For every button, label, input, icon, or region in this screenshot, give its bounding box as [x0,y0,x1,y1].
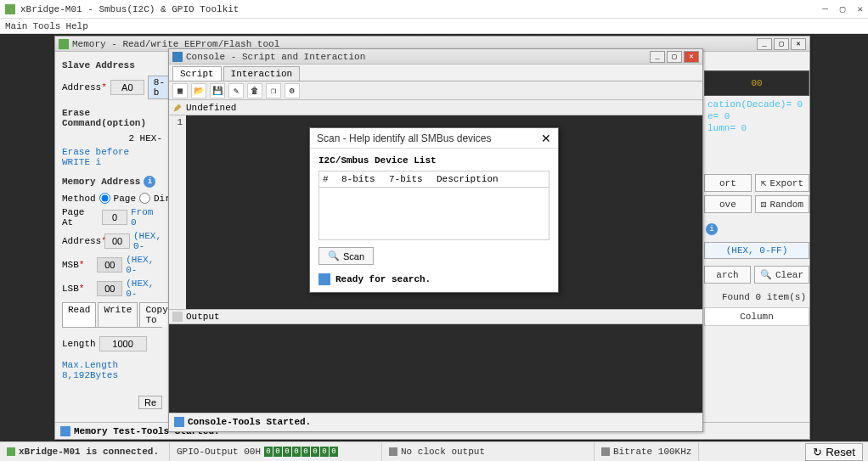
toolbar-copy-icon[interactable]: ❐ [266,83,281,98]
info-icon[interactable]: i [144,176,155,188]
memory-title: Memory - Read/write EEProm/Flash tool [72,39,757,49]
maximize-button[interactable]: ▢ [840,3,846,14]
tab-write[interactable]: Write [98,302,138,327]
toolbar-run-icon[interactable]: ⚙ [285,83,300,98]
tab-read[interactable]: Read [62,302,96,327]
address-label: Address* [62,82,107,93]
clear-button[interactable]: 🔍 Clear [754,266,809,284]
right-hex-display: 00 [704,70,809,96]
svg-rect-0 [5,4,15,14]
right-panel: 00 cation(Decade)= 0 e= 0 lumn= 0 ort ⇱ … [704,70,809,326]
status-icon [60,426,70,436]
read-button[interactable]: Re [138,396,162,409]
export-button[interactable]: ⇱ Export [755,174,809,192]
reset-button[interactable]: ↻ Reset [805,443,863,461]
undefined-label: Undefined [186,103,236,113]
output-area[interactable] [169,324,702,413]
right-line-location: cation(Decade)= 0 [707,99,809,110]
addr2-label: Address* [62,236,101,246]
toolbar-open-icon[interactable]: 📂 [191,83,206,98]
random-button[interactable]: ⚄ Random [755,195,809,213]
main-menubar: Main Tools Help [0,19,868,34]
msb-hex-hint: (HEX, 0- [126,255,162,275]
gpio-label: GPIO-Output 00H [177,447,261,457]
column-header: Column [704,307,809,326]
scan-close-button[interactable]: ✕ [541,132,551,145]
right-line-column: lumn= 0 [707,123,809,133]
scan-status-icon [318,273,330,285]
app-icon [5,4,15,14]
lsb-input [97,281,122,296]
rw-tabs: Read Write Copy To [62,302,162,328]
memory-close-button[interactable]: ✕ [791,38,806,50]
erase-cmd-label: Erase Command(option) [62,108,162,128]
right-line-e: e= 0 [707,111,809,121]
import-button-clip[interactable]: ort [704,174,752,192]
app-statusbar: xBridge-M01 is connected. GPIO-Output 00… [0,441,868,461]
window-buttons: — ▢ ✕ [822,3,863,14]
col-8bits: 8-bits [341,174,389,184]
scan-title-text: Scan - Help identify all SMBus devices [317,132,541,144]
page-at-input[interactable] [102,210,127,225]
address-input[interactable] [110,80,144,95]
output-icon [172,312,183,322]
length-label: Length [62,339,96,349]
method-label: Method [62,194,96,204]
page-at-label: Page At [62,207,99,228]
slave-address-label: Slave Address [62,60,162,70]
scan-button[interactable]: 🔍 Scan [318,247,374,265]
search-button-clip[interactable]: arch [704,266,751,284]
memory-address-label: Memory Address [62,177,140,187]
method-page-radio[interactable] [99,193,110,204]
menu-main[interactable]: Main [5,21,27,31]
erase-before-write-link[interactable]: Erase before WRITE i [62,147,162,167]
max-length-link: Max.Length 8,192Bytes [62,360,162,380]
console-max-button[interactable]: ▢ [667,51,682,63]
pencil-icon [172,103,183,113]
addr-format-button[interactable]: 8-b [148,76,171,99]
console-icon [172,52,183,62]
menu-help[interactable]: Help [65,21,87,31]
found-items-label: Found 0 item(s) [704,292,806,302]
page-from-link[interactable]: From 0 [131,207,162,228]
info-icon-2[interactable]: i [706,223,718,235]
connect-icon [7,447,15,456]
method-dir-radio[interactable] [139,193,150,204]
tab-interaction[interactable]: Interaction [223,66,301,81]
memory-max-button[interactable]: ▢ [774,38,789,50]
line-gutter: 1 [169,115,186,309]
memory-min-button[interactable]: _ [757,38,772,50]
menu-tools[interactable]: Tools [32,21,60,31]
minimize-button[interactable]: — [822,3,828,14]
scan-device-table: # 8-bits 7-bits Description [318,171,550,240]
app-title: xBridge-M01 - Smbus(I2C) & GPIO Toolkit [20,4,822,14]
main-titlebar: xBridge-M01 - Smbus(I2C) & GPIO Toolkit … [0,0,868,19]
col-desc: Description [437,174,545,184]
console-min-button[interactable]: _ [650,51,665,63]
erase-hex-hint: 2 HEX- [128,133,162,143]
lsb-label: LSB* [62,284,93,294]
hex-range-hint: (HEX, 0-FF) [704,242,809,259]
output-label: Output [186,312,220,322]
connected-text: xBridge-M01 is connected. [19,447,159,457]
scan-status-text: Ready for search. [335,274,431,284]
close-button[interactable]: ✕ [857,3,863,14]
console-close-button[interactable]: ✕ [684,51,699,63]
col-7bits: 7-bits [389,174,437,184]
msb-input [97,257,122,273]
toolbar-save-icon[interactable]: 💾 [210,83,225,98]
tab-script[interactable]: Script [172,66,222,81]
toolbar-delete-icon[interactable]: 🗑 [247,83,262,98]
gpio-bits: 00000000 [264,447,338,457]
scan-titlebar[interactable]: Scan - Help identify all SMBus devices ✕ [310,128,558,149]
move-button-clip[interactable]: ove [704,195,752,213]
console-title: Console - Script and Interaction [186,52,650,62]
addr2-input[interactable] [104,233,130,249]
length-input[interactable] [99,336,147,351]
lsb-hex-hint: (HEX, 0- [126,278,162,299]
bitrate-text: Bitrate 100KHz [613,447,691,457]
console-status-text: Console-Tools Started. [188,417,311,427]
toolbar-edit-icon[interactable]: ✎ [228,83,244,98]
console-titlebar[interactable]: Console - Script and Interaction _ ▢ ✕ [169,49,702,65]
toolbar-new-icon[interactable]: ▦ [172,83,188,98]
